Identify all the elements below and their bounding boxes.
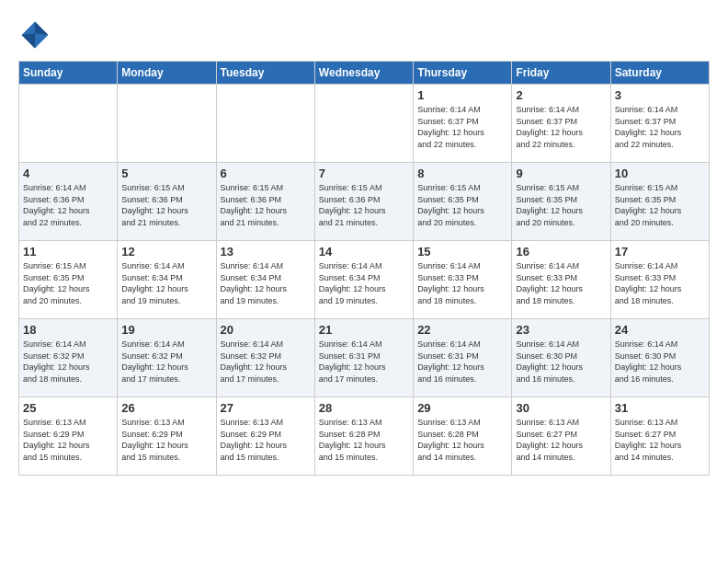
week-row-4: 18Sunrise: 6:14 AM Sunset: 6:32 PM Dayli… bbox=[19, 319, 710, 397]
day-info: Sunrise: 6:14 AM Sunset: 6:32 PM Dayligh… bbox=[221, 339, 311, 385]
header-day-friday: Friday bbox=[512, 62, 610, 85]
day-cell: 9Sunrise: 6:15 AM Sunset: 6:35 PM Daylig… bbox=[512, 163, 610, 241]
day-number: 13 bbox=[221, 245, 311, 259]
day-number: 11 bbox=[23, 245, 113, 259]
day-info: Sunrise: 6:14 AM Sunset: 6:33 PM Dayligh… bbox=[417, 260, 507, 306]
day-cell: 23Sunrise: 6:14 AM Sunset: 6:30 PM Dayli… bbox=[512, 319, 610, 397]
day-number: 18 bbox=[23, 323, 113, 337]
header-day-monday: Monday bbox=[118, 62, 216, 85]
day-number: 15 bbox=[417, 245, 507, 259]
day-number: 23 bbox=[516, 323, 606, 337]
day-cell: 11Sunrise: 6:15 AM Sunset: 6:35 PM Dayli… bbox=[19, 241, 118, 319]
day-cell: 10Sunrise: 6:15 AM Sunset: 6:35 PM Dayli… bbox=[610, 163, 709, 241]
calendar-table: SundayMondayTuesdayWednesdayThursdayFrid… bbox=[18, 61, 710, 476]
header-row: SundayMondayTuesdayWednesdayThursdayFrid… bbox=[19, 62, 710, 85]
day-info: Sunrise: 6:13 AM Sunset: 6:27 PM Dayligh… bbox=[615, 417, 705, 463]
day-cell: 8Sunrise: 6:15 AM Sunset: 6:35 PM Daylig… bbox=[414, 163, 512, 241]
day-number: 28 bbox=[319, 401, 409, 415]
day-cell: 4Sunrise: 6:14 AM Sunset: 6:36 PM Daylig… bbox=[19, 163, 118, 241]
day-cell: 28Sunrise: 6:13 AM Sunset: 6:28 PM Dayli… bbox=[314, 397, 413, 476]
day-cell: 13Sunrise: 6:14 AM Sunset: 6:34 PM Dayli… bbox=[216, 241, 314, 319]
day-cell: 22Sunrise: 6:14 AM Sunset: 6:31 PM Dayli… bbox=[414, 319, 512, 397]
day-number: 8 bbox=[417, 167, 507, 180]
day-info: Sunrise: 6:14 AM Sunset: 6:37 PM Dayligh… bbox=[516, 104, 606, 150]
day-number: 24 bbox=[615, 323, 705, 337]
day-info: Sunrise: 6:15 AM Sunset: 6:35 PM Dayligh… bbox=[417, 182, 507, 228]
day-number: 3 bbox=[615, 88, 705, 102]
day-info: Sunrise: 6:14 AM Sunset: 6:34 PM Dayligh… bbox=[121, 260, 211, 306]
day-info: Sunrise: 6:14 AM Sunset: 6:37 PM Dayligh… bbox=[417, 104, 507, 150]
day-cell: 7Sunrise: 6:15 AM Sunset: 6:36 PM Daylig… bbox=[314, 163, 413, 241]
header-day-tuesday: Tuesday bbox=[216, 62, 314, 85]
header bbox=[18, 18, 710, 52]
header-day-saturday: Saturday bbox=[610, 62, 709, 85]
day-number: 30 bbox=[516, 401, 606, 415]
day-cell: 17Sunrise: 6:14 AM Sunset: 6:33 PM Dayli… bbox=[610, 241, 709, 319]
day-cell: 21Sunrise: 6:14 AM Sunset: 6:31 PM Dayli… bbox=[314, 319, 413, 397]
day-number: 14 bbox=[319, 245, 409, 259]
day-number: 25 bbox=[23, 401, 113, 415]
logo bbox=[18, 18, 57, 52]
day-info: Sunrise: 6:13 AM Sunset: 6:27 PM Dayligh… bbox=[516, 417, 606, 463]
day-info: Sunrise: 6:14 AM Sunset: 6:32 PM Dayligh… bbox=[23, 339, 113, 385]
day-cell: 5Sunrise: 6:15 AM Sunset: 6:36 PM Daylig… bbox=[118, 163, 216, 241]
day-cell: 15Sunrise: 6:14 AM Sunset: 6:33 PM Dayli… bbox=[414, 241, 512, 319]
day-number: 31 bbox=[615, 401, 705, 415]
logo-icon bbox=[18, 18, 51, 52]
week-row-2: 4Sunrise: 6:14 AM Sunset: 6:36 PM Daylig… bbox=[19, 163, 710, 241]
day-number: 22 bbox=[417, 323, 507, 337]
day-number: 27 bbox=[221, 401, 311, 415]
day-cell: 26Sunrise: 6:13 AM Sunset: 6:29 PM Dayli… bbox=[118, 397, 216, 476]
day-info: Sunrise: 6:15 AM Sunset: 6:35 PM Dayligh… bbox=[615, 182, 705, 228]
day-cell: 16Sunrise: 6:14 AM Sunset: 6:33 PM Dayli… bbox=[512, 241, 610, 319]
day-cell bbox=[118, 85, 216, 163]
day-info: Sunrise: 6:15 AM Sunset: 6:35 PM Dayligh… bbox=[516, 182, 606, 228]
day-number: 6 bbox=[221, 167, 311, 180]
day-info: Sunrise: 6:13 AM Sunset: 6:29 PM Dayligh… bbox=[23, 417, 113, 463]
day-cell: 25Sunrise: 6:13 AM Sunset: 6:29 PM Dayli… bbox=[19, 397, 118, 476]
day-cell: 14Sunrise: 6:14 AM Sunset: 6:34 PM Dayli… bbox=[314, 241, 413, 319]
day-cell: 31Sunrise: 6:13 AM Sunset: 6:27 PM Dayli… bbox=[610, 397, 709, 476]
svg-marker-2 bbox=[22, 33, 35, 48]
week-row-3: 11Sunrise: 6:15 AM Sunset: 6:35 PM Dayli… bbox=[19, 241, 710, 319]
day-info: Sunrise: 6:14 AM Sunset: 6:31 PM Dayligh… bbox=[319, 339, 409, 385]
header-day-sunday: Sunday bbox=[19, 62, 118, 85]
week-row-5: 25Sunrise: 6:13 AM Sunset: 6:29 PM Dayli… bbox=[19, 397, 710, 476]
day-cell: 3Sunrise: 6:14 AM Sunset: 6:37 PM Daylig… bbox=[610, 85, 709, 163]
day-info: Sunrise: 6:14 AM Sunset: 6:30 PM Dayligh… bbox=[615, 339, 705, 385]
day-info: Sunrise: 6:14 AM Sunset: 6:33 PM Dayligh… bbox=[516, 260, 606, 306]
day-number: 9 bbox=[516, 167, 606, 180]
day-cell bbox=[19, 85, 118, 163]
page: SundayMondayTuesdayWednesdayThursdayFrid… bbox=[0, 0, 728, 485]
day-number: 17 bbox=[615, 245, 705, 259]
day-number: 2 bbox=[516, 88, 606, 102]
day-cell: 12Sunrise: 6:14 AM Sunset: 6:34 PM Dayli… bbox=[118, 241, 216, 319]
day-number: 29 bbox=[417, 401, 507, 415]
day-info: Sunrise: 6:14 AM Sunset: 6:33 PM Dayligh… bbox=[615, 260, 705, 306]
day-number: 26 bbox=[121, 401, 211, 415]
day-cell: 30Sunrise: 6:13 AM Sunset: 6:27 PM Dayli… bbox=[512, 397, 610, 476]
day-info: Sunrise: 6:14 AM Sunset: 6:34 PM Dayligh… bbox=[221, 260, 311, 306]
day-cell: 1Sunrise: 6:14 AM Sunset: 6:37 PM Daylig… bbox=[414, 85, 512, 163]
day-cell: 24Sunrise: 6:14 AM Sunset: 6:30 PM Dayli… bbox=[610, 319, 709, 397]
day-info: Sunrise: 6:13 AM Sunset: 6:28 PM Dayligh… bbox=[319, 417, 409, 463]
day-info: Sunrise: 6:13 AM Sunset: 6:29 PM Dayligh… bbox=[221, 417, 311, 463]
header-day-wednesday: Wednesday bbox=[314, 62, 413, 85]
header-day-thursday: Thursday bbox=[414, 62, 512, 85]
day-number: 12 bbox=[121, 245, 211, 259]
day-info: Sunrise: 6:14 AM Sunset: 6:36 PM Dayligh… bbox=[23, 182, 113, 228]
svg-marker-1 bbox=[35, 22, 48, 35]
day-number: 21 bbox=[319, 323, 409, 337]
day-info: Sunrise: 6:15 AM Sunset: 6:36 PM Dayligh… bbox=[319, 182, 409, 228]
day-info: Sunrise: 6:14 AM Sunset: 6:34 PM Dayligh… bbox=[319, 260, 409, 306]
day-cell: 20Sunrise: 6:14 AM Sunset: 6:32 PM Dayli… bbox=[216, 319, 314, 397]
day-number: 19 bbox=[121, 323, 211, 337]
day-info: Sunrise: 6:15 AM Sunset: 6:36 PM Dayligh… bbox=[121, 182, 211, 228]
day-cell: 18Sunrise: 6:14 AM Sunset: 6:32 PM Dayli… bbox=[19, 319, 118, 397]
day-cell: 2Sunrise: 6:14 AM Sunset: 6:37 PM Daylig… bbox=[512, 85, 610, 163]
day-info: Sunrise: 6:14 AM Sunset: 6:30 PM Dayligh… bbox=[516, 339, 606, 385]
day-cell bbox=[314, 85, 413, 163]
day-number: 10 bbox=[615, 167, 705, 180]
day-number: 5 bbox=[121, 167, 211, 180]
day-cell: 27Sunrise: 6:13 AM Sunset: 6:29 PM Dayli… bbox=[216, 397, 314, 476]
